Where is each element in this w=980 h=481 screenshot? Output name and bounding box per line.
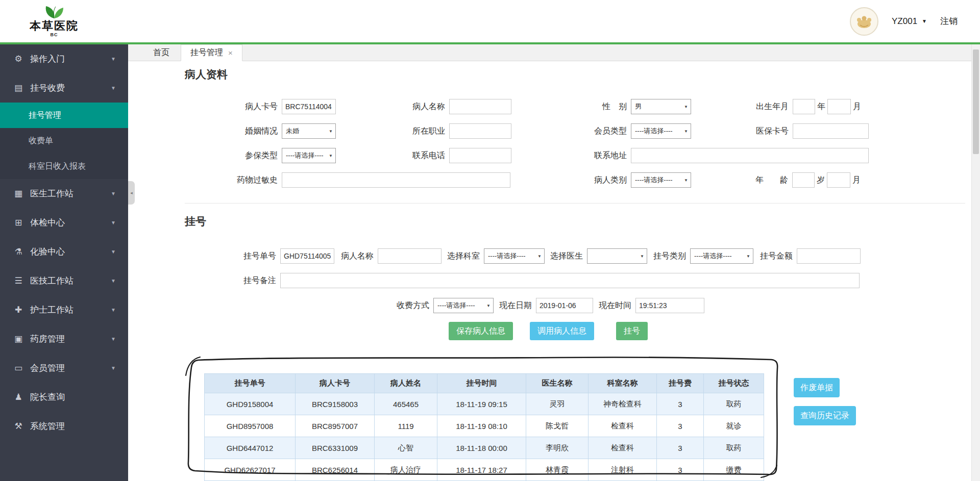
workstation-icon: ▦ — [13, 188, 23, 199]
sidebar-item-medtech-workstation[interactable]: ☰ 医技工作站 ▼ — [0, 266, 128, 295]
occupation-input[interactable] — [449, 123, 511, 139]
tab-close-icon[interactable]: × — [228, 48, 233, 57]
sidebar-item-member-management[interactable]: ▭ 会员管理 ▼ — [0, 353, 128, 383]
register-button[interactable]: 挂号 — [616, 322, 648, 340]
checkup-icon: ⊞ — [13, 217, 23, 228]
allergy-input[interactable] — [282, 172, 510, 188]
chevron-down-icon: ▼ — [684, 129, 688, 134]
pay-method-select[interactable]: ----请选择---- ▼ — [433, 298, 494, 313]
leaf-icon — [43, 5, 65, 19]
sidebar-collapse-handle[interactable]: ◂ — [128, 181, 135, 205]
marital-select[interactable]: 未婚 ▼ — [282, 123, 336, 139]
hospital-logo: 本草医院 BC — [30, 5, 79, 37]
chevron-down-icon: ▼ — [640, 254, 644, 259]
user-menu[interactable]: YZ001 ▼ — [892, 16, 927, 27]
sidebar-item-nurse-workstation[interactable]: ✚ 护士工作站 ▼ — [0, 295, 128, 324]
fee-label: 挂号金额 — [756, 251, 793, 262]
chevron-down-icon: ▼ — [111, 336, 116, 342]
member-type-select[interactable]: ----请选择---- ▼ — [631, 123, 691, 139]
table-row[interactable]: GHD6447012 BRC6331009 心智 18-11-18 00:00 … — [205, 437, 764, 459]
chevron-down-icon: ▼ — [111, 278, 116, 284]
current-time-input[interactable] — [635, 298, 704, 313]
chevron-down-icon: ▼ — [746, 254, 750, 259]
insurance-card-label: 医保卡号 — [752, 126, 789, 137]
department-label: 选择科室 — [444, 251, 480, 262]
sidebar-item-system-management[interactable]: ⚒ 系统管理 — [0, 412, 128, 441]
form-icon: ▤ — [13, 83, 23, 93]
query-history-button[interactable]: 查询历史记录 — [794, 406, 856, 425]
sidebar-item-registration-fee[interactable]: ▤ 挂号收费 ▼ — [0, 73, 128, 103]
chevron-down-icon: ▼ — [684, 178, 688, 183]
marital-label: 婚姻情况 — [233, 126, 278, 137]
table-row[interactable]: GHD9158004 BRC9158003 465465 18-11-19 09… — [205, 393, 764, 415]
tab-home[interactable]: 首页 — [142, 44, 181, 61]
age-month-input[interactable] — [827, 172, 850, 188]
chevron-down-icon: ▼ — [111, 56, 116, 62]
age-year-input[interactable] — [792, 172, 815, 188]
section-divider — [185, 203, 965, 204]
vertical-scrollbar[interactable] — [971, 44, 980, 481]
tab-registration-management[interactable]: 挂号管理 × — [181, 44, 242, 61]
logout-link[interactable]: 注销 — [940, 15, 958, 27]
gender-select[interactable]: 男 ▼ — [631, 99, 691, 114]
hospital-abbr: BC — [51, 33, 58, 38]
sidebar-item-director-query[interactable]: ♟ 院长查询 — [0, 383, 128, 412]
chevron-down-icon: ▼ — [111, 191, 116, 196]
birth-year-input[interactable] — [793, 99, 815, 114]
hospital-name: 本草医院 — [30, 20, 79, 32]
registration-section-title: 挂号 — [185, 214, 206, 229]
sidebar-item-charge-list[interactable]: 收费单 — [0, 128, 128, 154]
patient-category-label: 病人类别 — [592, 175, 627, 186]
chevron-down-icon: ▼ — [111, 249, 116, 255]
phone-label: 联系电话 — [409, 150, 445, 161]
birth-label: 出生年月 — [752, 102, 789, 112]
chevron-down-icon: ▼ — [486, 303, 491, 308]
age-year-suffix: 岁 — [817, 175, 825, 186]
cabinet-icon: ▣ — [13, 334, 23, 344]
insurance-card-input[interactable] — [793, 123, 869, 139]
patient-name-input[interactable] — [449, 99, 511, 114]
load-patient-button[interactable]: 调用病人信息 — [530, 322, 594, 340]
patient-section-title: 病人资料 — [185, 67, 228, 82]
flask-icon: ⚗ — [13, 246, 23, 257]
current-time-label: 现在时间 — [595, 300, 631, 311]
registration-records-table: 挂号单号 病人卡号 病人姓名 挂号时间 医生名称 科室名称 挂号费 挂号状态 G… — [204, 373, 764, 481]
table-row[interactable]: GHD62627017 BRC6256014 病人治疗 18-11-17 18:… — [205, 459, 764, 481]
chevron-down-icon: ▼ — [111, 365, 116, 371]
medical-cross-icon: ✚ — [13, 305, 23, 315]
phone-input[interactable] — [449, 148, 511, 163]
insurance-type-label: 参保类型 — [233, 150, 278, 161]
doctor-select[interactable]: ▼ — [587, 248, 647, 264]
sidebar-item-registration-management[interactable]: 挂号管理 — [0, 103, 128, 128]
patient-category-select[interactable]: ----请选择---- ▼ — [631, 172, 691, 188]
chevron-down-icon: ▼ — [111, 85, 116, 91]
sidebar-item-lab-center[interactable]: ⚗ 化验中心 ▼ — [0, 237, 128, 266]
insurance-type-select[interactable]: ----请选择---- ▼ — [282, 148, 336, 163]
save-patient-button[interactable]: 保存病人信息 — [449, 322, 513, 340]
scrollbar-thumb[interactable] — [973, 49, 979, 154]
table-row[interactable]: GHD8957008 BRC8957007 1119 18-11-19 08:1… — [205, 415, 764, 437]
sidebar-item-pharmacy-management[interactable]: ▣ 药房管理 ▼ — [0, 324, 128, 353]
gender-label: 性 别 — [592, 102, 627, 112]
fee-input[interactable] — [797, 248, 861, 264]
department-select[interactable]: ----请选择---- ▼ — [484, 248, 545, 264]
avatar[interactable] — [850, 7, 878, 36]
sidebar-item-doctor-workstation[interactable]: ▦ 医生工作站 ▼ — [0, 179, 128, 208]
address-input[interactable] — [631, 148, 869, 163]
sidebar-item-getting-started[interactable]: ⚙ 操作入门 ▼ — [0, 44, 128, 73]
reg-no-input[interactable] — [280, 248, 334, 264]
reg-type-select[interactable]: ----请选择---- ▼ — [690, 248, 753, 264]
gear-icon: ⚙ — [13, 54, 23, 64]
current-date-input[interactable] — [536, 298, 593, 313]
sidebar-item-checkup-center[interactable]: ⊞ 体检中心 ▼ — [0, 208, 128, 237]
patient-card-input[interactable] — [282, 99, 336, 114]
address-label: 联系地址 — [592, 150, 627, 161]
void-receipt-button[interactable]: 作废单据 — [794, 378, 840, 397]
sidebar-item-dept-daily-income-report[interactable]: 科室日收入报表 — [0, 154, 128, 179]
reg-patient-name-input[interactable] — [378, 248, 442, 264]
tab-bar: 首页 挂号管理 × — [128, 44, 971, 61]
birth-month-input[interactable] — [827, 99, 851, 114]
doctor-label: 选择医生 — [547, 251, 583, 262]
chevron-down-icon: ▼ — [111, 220, 116, 225]
remark-input[interactable] — [280, 273, 860, 288]
